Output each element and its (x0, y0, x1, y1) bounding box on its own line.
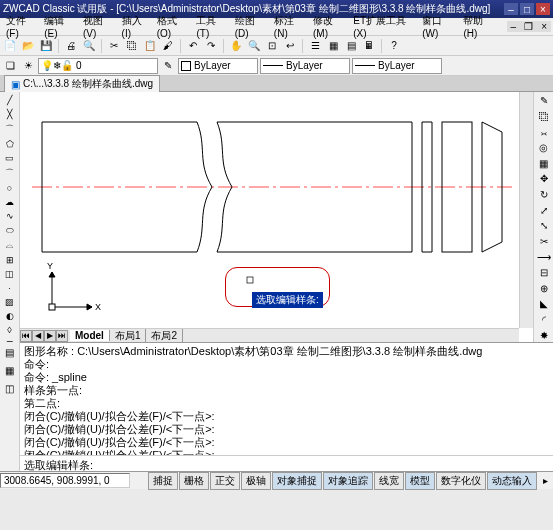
move-icon[interactable]: ✥ (536, 172, 552, 186)
tab-next-icon[interactable]: ▶ (44, 330, 56, 342)
layout-model[interactable]: Model (70, 330, 110, 341)
menu-window[interactable]: 窗口(W) (418, 14, 459, 39)
designcenter-icon[interactable]: ▦ (325, 38, 341, 54)
tab-last-icon[interactable]: ⏭ (56, 330, 68, 342)
ellipsearc-icon[interactable]: ⌓ (2, 239, 18, 252)
close-button[interactable]: × (536, 3, 550, 15)
preview-icon[interactable]: 🔍 (81, 38, 97, 54)
extend-icon[interactable]: ⟶ (536, 250, 552, 264)
menu-tools[interactable]: 工具(T) (192, 14, 230, 39)
vertical-scrollbar[interactable] (519, 92, 533, 328)
menu-draw[interactable]: 绘图(D) (231, 14, 270, 39)
menu-view[interactable]: 视图(V) (79, 14, 118, 39)
block-icon[interactable]: ◫ (2, 268, 18, 280)
scale-icon[interactable]: ⤢ (536, 203, 552, 217)
offset-icon[interactable]: ◎ (536, 141, 552, 155)
menu-help[interactable]: 帮助(H) (459, 14, 498, 39)
pline-icon[interactable]: ⌒ (2, 122, 18, 136)
layer-manager-icon[interactable]: ❏ (2, 58, 18, 74)
array-icon[interactable]: ▦ (536, 157, 552, 171)
status-ortho[interactable]: 正交 (210, 472, 240, 490)
toolpalette-icon[interactable]: ▤ (343, 38, 359, 54)
zoom-prev-icon[interactable]: ↩ (282, 38, 298, 54)
redo-icon[interactable]: ↷ (203, 38, 219, 54)
menu-format[interactable]: 格式(O) (153, 14, 193, 39)
zoom-win-icon[interactable]: ⊡ (264, 38, 280, 54)
print-icon[interactable]: 🖨 (63, 38, 79, 54)
palette-icon-1[interactable]: ▤ (2, 344, 18, 360)
status-dyn[interactable]: 动态输入 (487, 472, 537, 490)
document-tab[interactable]: ▣ C:\...\3.3.8 绘制样条曲线.dwg (4, 75, 160, 92)
paste-icon[interactable]: 📋 (142, 38, 158, 54)
rotate-icon[interactable]: ↻ (536, 188, 552, 202)
menu-insert[interactable]: 插入(I) (118, 14, 153, 39)
erase-icon[interactable]: ✎ (536, 94, 552, 108)
color-dropdown[interactable]: ByLayer (178, 58, 258, 74)
trim-icon[interactable]: ✂ (536, 235, 552, 249)
fillet-icon[interactable]: ◜ (536, 313, 552, 327)
polygon-icon[interactable]: ⬠ (2, 138, 18, 150)
new-icon[interactable]: 📄 (2, 38, 18, 54)
palette-icon-3[interactable]: ◫ (2, 380, 18, 396)
match-icon[interactable]: 🖌 (160, 38, 176, 54)
minimize-button[interactable]: – (504, 3, 518, 15)
status-osnap[interactable]: 对象捕捉 (272, 472, 322, 490)
lineweight-dropdown[interactable]: ByLayer (352, 58, 442, 74)
line-icon[interactable]: ╱ (2, 94, 18, 106)
point-icon[interactable]: · (2, 282, 18, 294)
status-arrow-icon[interactable]: ▸ (537, 473, 553, 489)
layout-1[interactable]: 布局1 (110, 329, 147, 343)
revcloud-icon[interactable]: ☁ (2, 196, 18, 208)
menu-dimension[interactable]: 标注(N) (270, 14, 309, 39)
status-snap[interactable]: 捕捉 (148, 472, 178, 490)
doc-minimize-button[interactable]: – (507, 21, 521, 32)
layer-prev-icon[interactable]: ✎ (160, 58, 176, 74)
chamfer-icon[interactable]: ◣ (536, 297, 552, 311)
zoom-rt-icon[interactable]: 🔍 (246, 38, 262, 54)
layer-dropdown[interactable]: 💡 ❄ 🔓 0 (38, 58, 158, 74)
undo-icon[interactable]: ↶ (185, 38, 201, 54)
drawing-canvas[interactable]: X Y 选取编辑样条: ⏮ ◀ ▶ ⏭ Model 布局1 布局2 (20, 92, 533, 342)
layout-2[interactable]: 布局2 (146, 329, 183, 343)
pan-icon[interactable]: ✋ (228, 38, 244, 54)
tab-first-icon[interactable]: ⏮ (20, 330, 32, 342)
circle-icon[interactable]: ○ (2, 182, 18, 194)
calc-icon[interactable]: 🖩 (361, 38, 377, 54)
help-icon[interactable]: ? (386, 38, 402, 54)
break-icon[interactable]: ⊟ (536, 266, 552, 280)
status-polar[interactable]: 极轴 (241, 472, 271, 490)
explode-icon[interactable]: ✸ (536, 328, 552, 342)
menu-edit[interactable]: 编辑(E) (40, 14, 79, 39)
maximize-button[interactable]: □ (520, 3, 534, 15)
open-icon[interactable]: 📂 (20, 38, 36, 54)
doc-restore-button[interactable]: ❐ (520, 21, 537, 32)
rectangle-icon[interactable]: ▭ (2, 152, 18, 164)
layer-states-icon[interactable]: ☀ (20, 58, 36, 74)
copy2-icon[interactable]: ⿻ (536, 110, 552, 124)
menu-modify[interactable]: 修改(M) (309, 14, 349, 39)
copy-icon[interactable]: ⿻ (124, 38, 140, 54)
stretch-icon[interactable]: ⤡ (536, 219, 552, 233)
properties-icon[interactable]: ☰ (307, 38, 323, 54)
spline-icon[interactable]: ∿ (2, 210, 18, 222)
hatch-icon[interactable]: ▨ (2, 296, 18, 308)
doc-close-button[interactable]: × (537, 21, 551, 32)
tab-prev-icon[interactable]: ◀ (32, 330, 44, 342)
cut-icon[interactable]: ✂ (106, 38, 122, 54)
status-lwt[interactable]: 线宽 (374, 472, 404, 490)
status-model[interactable]: 模型 (405, 472, 435, 490)
palette-icon-2[interactable]: ▦ (2, 362, 18, 378)
xline-icon[interactable]: ╳ (2, 108, 18, 120)
arc-icon[interactable]: ⌒ (2, 166, 18, 180)
status-tablet[interactable]: 数字化仪 (436, 472, 486, 490)
ellipse-icon[interactable]: ⬭ (2, 224, 18, 237)
region-icon[interactable]: ◊ (2, 324, 18, 336)
mirror-icon[interactable]: ⟗ (536, 125, 552, 139)
status-grid[interactable]: 栅格 (179, 472, 209, 490)
linetype-dropdown[interactable]: ByLayer (260, 58, 350, 74)
join-icon[interactable]: ⊕ (536, 282, 552, 296)
insert-icon[interactable]: ⊞ (2, 254, 18, 266)
menu-file[interactable]: 文件(F) (2, 14, 40, 39)
save-icon[interactable]: 💾 (38, 38, 54, 54)
gradient-icon[interactable]: ◐ (2, 310, 18, 322)
